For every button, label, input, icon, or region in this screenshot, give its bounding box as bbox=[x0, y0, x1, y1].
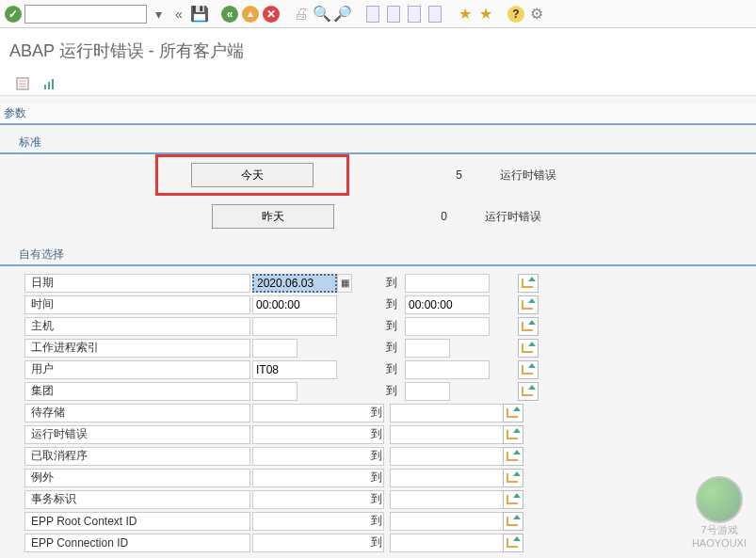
find-next-icon: 🔎 bbox=[333, 5, 352, 24]
time-multiselect-icon[interactable] bbox=[518, 295, 539, 314]
doc4-icon[interactable] bbox=[426, 5, 444, 24]
to-label-user: 到 bbox=[380, 361, 403, 377]
watermark-text2: HAOYOUXI bbox=[692, 537, 747, 549]
transaction-label: 事务标识 bbox=[24, 490, 250, 509]
client-to-input[interactable] bbox=[405, 382, 450, 401]
host-from-input[interactable] bbox=[252, 317, 337, 336]
client-multiselect-icon[interactable] bbox=[518, 382, 539, 401]
wpindex-from-input[interactable] bbox=[252, 339, 298, 358]
cancelled-multiselect-icon[interactable] bbox=[503, 447, 523, 466]
host-multiselect-icon[interactable] bbox=[518, 317, 539, 336]
exception-label: 例外 bbox=[24, 469, 250, 487]
favorite2-icon[interactable]: ★ bbox=[476, 5, 495, 24]
transaction-multiselect-icon[interactable] bbox=[503, 490, 523, 509]
command-field[interactable] bbox=[24, 5, 147, 24]
doc2-icon[interactable] bbox=[384, 5, 403, 24]
standard-header: 标准 bbox=[0, 133, 756, 154]
user-multiselect-icon[interactable] bbox=[518, 360, 539, 379]
today-button[interactable]: 今天 bbox=[191, 163, 314, 187]
date-from-input[interactable] bbox=[252, 274, 337, 293]
date-picker-icon[interactable]: ▦ bbox=[337, 274, 352, 293]
new-doc-icon[interactable] bbox=[363, 5, 382, 24]
back-icon[interactable]: « bbox=[169, 5, 188, 24]
print-icon: 🖨 bbox=[292, 5, 311, 24]
today-row: 今天 5 运行时错误 bbox=[0, 154, 756, 196]
wpindex-to-input[interactable] bbox=[405, 339, 450, 358]
help-icon[interactable]: ? bbox=[507, 5, 525, 24]
exception-multiselect-icon[interactable] bbox=[503, 469, 523, 487]
epp-root-to-input[interactable] bbox=[390, 512, 522, 531]
exception-to-input[interactable] bbox=[390, 469, 522, 487]
params-header: 参数 bbox=[0, 104, 756, 125]
to-label-wp: 到 bbox=[380, 340, 403, 356]
runtimeerr-from-input[interactable] bbox=[252, 425, 384, 444]
buffer-multiselect-icon[interactable] bbox=[503, 404, 523, 422]
to-label-epproot: 到 bbox=[365, 513, 388, 529]
page-title: ABAP 运行时错误 - 所有客户端 bbox=[0, 28, 756, 72]
date-label: 日期 bbox=[24, 274, 250, 293]
to-label-host: 到 bbox=[380, 318, 403, 334]
watermark-text1: 7号游戏 bbox=[692, 523, 747, 537]
main-toolbar: ✓ ▾ « 💾 « ▲ ✕ 🖨 🔍 🔎 ★ ★ ? ⚙ bbox=[0, 0, 756, 28]
cancelled-from-input[interactable] bbox=[252, 447, 384, 466]
chart-icon[interactable] bbox=[40, 74, 58, 93]
transaction-to-input[interactable] bbox=[390, 490, 522, 509]
back-circle-icon[interactable]: « bbox=[220, 5, 239, 24]
favorite-icon[interactable]: ★ bbox=[456, 5, 475, 24]
yesterday-row: 昨天 0 运行时错误 bbox=[0, 196, 756, 237]
selection-form: 日期 ▦ 到 时间 到 主机 到 工作进程索引 bbox=[0, 266, 756, 558]
user-label: 用户 bbox=[24, 360, 250, 379]
yesterday-button[interactable]: 昨天 bbox=[212, 204, 334, 229]
dropdown-chevron-icon[interactable]: ▾ bbox=[149, 5, 168, 24]
svg-rect-4 bbox=[44, 85, 46, 89]
epp-conn-to-input[interactable] bbox=[390, 534, 522, 552]
to-label-client: 到 bbox=[380, 383, 403, 399]
time-from-input[interactable] bbox=[252, 295, 337, 314]
date-multiselect-icon[interactable] bbox=[518, 274, 539, 293]
exception-from-input[interactable] bbox=[252, 469, 384, 487]
transaction-from-input[interactable] bbox=[252, 490, 384, 509]
host-label: 主机 bbox=[24, 317, 250, 336]
yesterday-count: 0 bbox=[362, 210, 447, 223]
time-to-input[interactable] bbox=[405, 295, 490, 314]
own-selection-header: 自有选择 bbox=[0, 245, 756, 266]
host-to-input[interactable] bbox=[405, 317, 490, 336]
cancelled-to-input[interactable] bbox=[390, 447, 522, 466]
to-label-cancel: 到 bbox=[365, 448, 388, 464]
yesterday-runtime-label: 运行时错误 bbox=[485, 209, 541, 225]
to-label-exc: 到 bbox=[365, 470, 388, 486]
user-from-input[interactable] bbox=[252, 360, 337, 379]
to-label-rt: 到 bbox=[365, 426, 388, 442]
to-label: 到 bbox=[380, 275, 403, 291]
epp-root-multiselect-icon[interactable] bbox=[503, 512, 523, 531]
up-circle-icon[interactable]: ▲ bbox=[241, 5, 260, 24]
watermark: 7号游戏 HAOYOUXI bbox=[692, 476, 747, 549]
runtimeerr-multiselect-icon[interactable] bbox=[503, 425, 523, 444]
epp-root-label: EPP Root Context ID bbox=[24, 512, 250, 531]
client-from-input[interactable] bbox=[252, 382, 298, 401]
save-icon[interactable]: 💾 bbox=[190, 5, 209, 24]
epp-root-from-input[interactable] bbox=[252, 512, 384, 531]
list-icon[interactable] bbox=[13, 74, 32, 93]
wpindex-multiselect-icon[interactable] bbox=[518, 339, 539, 358]
to-label-buffer: 到 bbox=[365, 405, 388, 421]
doc3-icon[interactable] bbox=[405, 5, 424, 24]
cancel-circle-icon[interactable]: ✕ bbox=[262, 5, 281, 24]
accept-icon[interactable]: ✓ bbox=[4, 5, 23, 24]
settings-icon[interactable]: ⚙ bbox=[527, 5, 546, 24]
to-label-eppconn: 到 bbox=[365, 534, 388, 550]
today-highlight: 今天 bbox=[155, 154, 349, 196]
date-to-input[interactable] bbox=[405, 274, 490, 293]
runtimeerr-label: 运行时错误 bbox=[24, 425, 250, 444]
epp-conn-from-input[interactable] bbox=[252, 534, 384, 552]
buffer-label: 待存储 bbox=[24, 404, 250, 422]
user-to-input[interactable] bbox=[405, 360, 490, 379]
client-label: 集团 bbox=[24, 382, 250, 401]
buffer-from-input[interactable] bbox=[252, 404, 384, 422]
to-label-tx: 到 bbox=[365, 491, 388, 507]
runtimeerr-to-input[interactable] bbox=[390, 425, 522, 444]
buffer-to-input[interactable] bbox=[390, 404, 522, 422]
epp-conn-multiselect-icon[interactable] bbox=[503, 534, 523, 552]
svg-rect-5 bbox=[48, 82, 50, 89]
svg-rect-6 bbox=[52, 79, 54, 89]
